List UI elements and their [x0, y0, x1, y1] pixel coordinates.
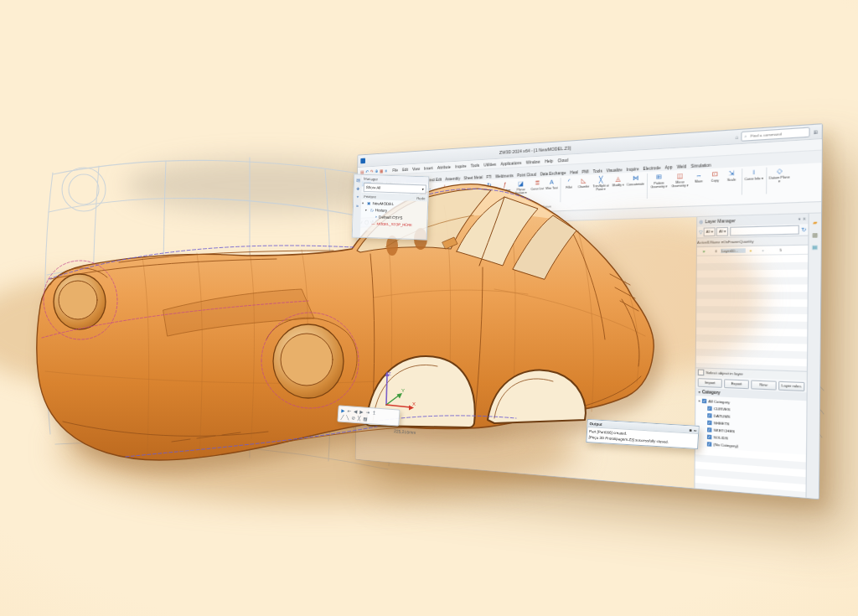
step-forward-icon[interactable]: ▶ — [359, 409, 364, 414]
ribbon-button[interactable]: ◜ Fillet — [562, 177, 576, 189]
category-label: All Category — [708, 399, 730, 405]
ribbon-button[interactable]: ◬ Modify ▾ — [611, 174, 626, 187]
ribbon-button[interactable]: ↻ Spiral Curve ▾ — [480, 181, 498, 197]
ribbon-button-label: Curve From Edge ▾ — [437, 191, 453, 199]
ribbon-button-label: Spiral Curve ▾ — [481, 189, 498, 196]
menu-item[interactable]: Inquire — [453, 163, 469, 168]
menu-item[interactable]: Applications — [499, 159, 524, 166]
ribbon-button-icon: ◪ — [518, 179, 524, 188]
ribbon-button[interactable]: ↳ Curve From Edge ▾ — [437, 183, 455, 198]
menu-item[interactable]: Insert — [422, 165, 436, 171]
category-checkbox[interactable] — [707, 420, 711, 425]
step-first-icon[interactable]: ⇤ — [347, 408, 351, 413]
menu-item[interactable]: Edit — [400, 167, 410, 172]
chevron-down-icon: ▾ — [699, 398, 700, 402]
filter-text-input[interactable] — [730, 225, 800, 236]
layer-button[interactable]: Export — [724, 379, 749, 389]
log-icon[interactable]: ◼ — [690, 427, 692, 432]
history-tab-icon[interactable]: ▤ — [356, 178, 360, 183]
command-search[interactable]: ⌕ — [742, 127, 810, 141]
edit-icon[interactable]: ▨ — [812, 230, 818, 237]
layer-frozen-icon[interactable]: ● — [756, 247, 770, 252]
ribbon-button[interactable]: ≣ Curve List — [530, 179, 545, 191]
ribbon-button[interactable]: ⋈ Concatenate — [626, 173, 645, 187]
ribbon-button[interactable] — [560, 178, 561, 202]
ribbon-button[interactable]: ∿ Blend — [454, 182, 468, 194]
csys-tab-icon[interactable]: ⌖ — [356, 194, 359, 200]
customize-icon[interactable]: ≡ — [385, 168, 387, 173]
ribbon-button[interactable]: ╳ Trim/Split at Point ▾ — [591, 175, 611, 192]
pin-icon[interactable]: ◎ — [699, 219, 703, 225]
expand-icon[interactable]: ▭ — [694, 427, 697, 432]
menu-item[interactable]: Help — [542, 158, 556, 163]
menu-item[interactable]: Cloud — [556, 157, 571, 163]
ribbon-button[interactable]: ⊞ Pattern Geometry ▾ — [649, 172, 669, 189]
sketch-icon[interactable]: ╱ — [341, 414, 344, 419]
line2-icon[interactable]: ╲ — [346, 415, 349, 420]
disable2-icon[interactable]: ⊘ — [351, 415, 355, 420]
category-checkbox[interactable] — [707, 406, 711, 411]
ribbon-button[interactable]: ƒ Equation — [499, 180, 512, 192]
layer-column-header[interactable]: Quantity — [740, 239, 754, 244]
mesh-icon[interactable]: ▦ — [430, 217, 433, 222]
ribbon-button[interactable]: ◇ Datum Plane ▾ — [768, 166, 791, 184]
category-checkbox[interactable] — [707, 427, 711, 432]
search-input[interactable] — [748, 129, 807, 139]
layer-button[interactable]: Layer rules — [778, 380, 805, 391]
menu-item[interactable]: Utilities — [482, 161, 499, 167]
ribbon-button[interactable]: A Wire Text — [545, 178, 559, 190]
ribbon-button[interactable]: ⇲ Scale — [723, 168, 740, 182]
select-object-checkbox[interactable] — [698, 369, 705, 375]
undo-icon[interactable]: ↶ — [365, 169, 369, 174]
ribbon-button[interactable]: ≋ Offset ▾ — [467, 182, 480, 194]
assembly-tab-icon[interactable]: ◈ — [356, 186, 359, 191]
ribbon-button[interactable]: ◺ Chamfer — [576, 176, 592, 189]
menu-item[interactable]: File — [390, 167, 401, 172]
layers-icon[interactable]: ▤ — [812, 243, 818, 250]
step-last-icon[interactable]: ⇥ — [365, 410, 370, 415]
menu-item[interactable]: Attribute — [435, 163, 452, 169]
home-icon[interactable]: ⌂ — [735, 134, 738, 140]
new-file-icon[interactable]: ⊕ — [375, 168, 379, 173]
ribbon-button[interactable]: i Curve Info ▾ — [743, 167, 764, 180]
dock-icon[interactable]: ▾ — [799, 216, 801, 221]
category-label: SOLIDS — [714, 435, 728, 440]
save-icon[interactable]: ▤ — [360, 169, 364, 174]
layer-button[interactable]: Import — [698, 378, 723, 388]
layer-button[interactable]: New — [751, 380, 777, 390]
category-checkbox[interactable] — [707, 434, 711, 439]
folder-icon[interactable]: ▰ — [813, 219, 818, 225]
menu-item[interactable]: Window — [524, 158, 542, 164]
category-checkbox[interactable] — [707, 413, 711, 418]
ribbon-button[interactable]: ⊡ Copy — [707, 169, 724, 183]
step-back-icon[interactable]: ◀ — [354, 409, 358, 414]
layout-icon[interactable]: ⊞ — [814, 129, 819, 135]
grid2-icon[interactable]: ▦ — [363, 416, 368, 421]
category-checkbox[interactable] — [707, 442, 711, 447]
ribbon-button[interactable]: ↔ Move — [690, 170, 706, 184]
ribbon-button[interactable] — [741, 168, 742, 194]
ribbon-button[interactable]: ◪ Planar Section ▾ — [512, 179, 530, 195]
ribbon-button[interactable] — [765, 167, 766, 194]
category-checkbox[interactable] — [702, 398, 706, 403]
ribbon-button[interactable]: ◫ Mirror Geometry ▾ — [669, 171, 690, 188]
ribbon-group-caption: Datum — [543, 204, 552, 210]
close-icon[interactable]: ✕ — [803, 216, 806, 221]
insert-icon[interactable]: ↥ — [372, 410, 376, 415]
zoom-out-icon[interactable]: ⊖ — [441, 217, 444, 222]
menu-item[interactable]: Tools — [468, 162, 482, 168]
delete-icon[interactable]: ╳ — [358, 416, 361, 421]
menu-item[interactable]: View — [411, 166, 422, 171]
list-tab-icon[interactable]: ≡ — [356, 204, 359, 209]
ribbon-button-label: Offset ▾ — [469, 189, 478, 193]
open-file-icon[interactable]: ▦ — [380, 168, 383, 173]
panel-window-icons: ▾✕ — [799, 216, 806, 221]
zoom-in-icon[interactable]: ⊕ — [436, 217, 439, 222]
ribbon-group-caption: Basic Editing — [497, 206, 516, 213]
refresh-icon[interactable]: ↻ — [801, 225, 806, 232]
layer-on-icon[interactable]: ● — [746, 248, 756, 253]
ribbon-button[interactable] — [646, 173, 647, 198]
redo-icon[interactable]: ↷ — [370, 168, 374, 173]
ribbon-button-icon: ⋈ — [633, 173, 639, 183]
play-icon[interactable]: ▶ — [341, 408, 345, 413]
